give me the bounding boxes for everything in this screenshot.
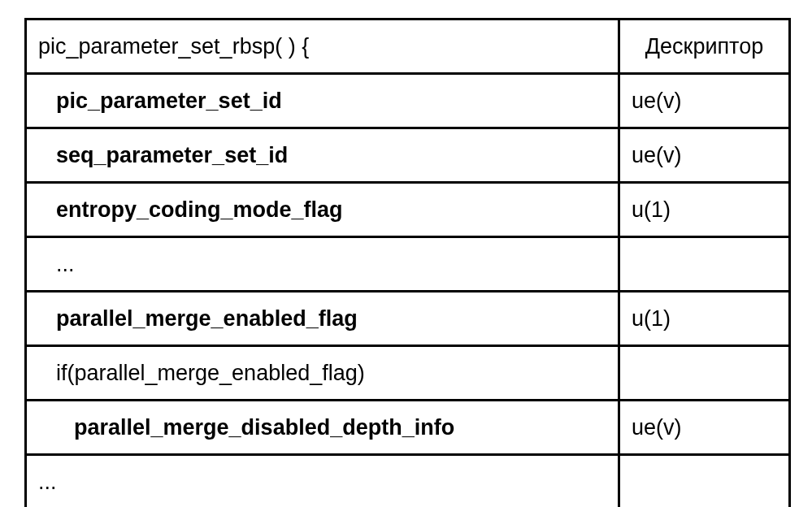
syntax-cell: if(parallel_merge_enabled_flag) bbox=[26, 346, 619, 401]
descriptor-cell: u(1) bbox=[619, 292, 790, 346]
table-row: ... bbox=[26, 455, 790, 508]
descriptor-cell: ue(v) bbox=[619, 74, 790, 128]
descriptor-cell bbox=[619, 237, 790, 292]
syntax-cell: parallel_merge_enabled_flag bbox=[26, 292, 619, 346]
table-row: pic_parameter_set_idue(v) bbox=[26, 74, 790, 128]
syntax-cell: entropy_coding_mode_flag bbox=[26, 183, 619, 237]
syntax-cell: ... bbox=[26, 237, 619, 292]
header-descriptor: Дескриптор bbox=[619, 20, 790, 74]
descriptor-cell: ue(v) bbox=[619, 128, 790, 183]
syntax-cell: pic_parameter_set_id bbox=[26, 74, 619, 128]
descriptor-cell bbox=[619, 346, 790, 401]
table-row: parallel_merge_enabled_flagu(1) bbox=[26, 292, 790, 346]
header-syntax: pic_parameter_set_rbsp( ) { bbox=[26, 20, 619, 74]
table-row: if(parallel_merge_enabled_flag) bbox=[26, 346, 790, 401]
syntax-cell: seq_parameter_set_id bbox=[26, 128, 619, 183]
table-row: entropy_coding_mode_flagu(1) bbox=[26, 183, 790, 237]
descriptor-cell: u(1) bbox=[619, 183, 790, 237]
table-header-row: pic_parameter_set_rbsp( ) { Дескриптор bbox=[26, 20, 790, 74]
syntax-cell: parallel_merge_disabled_depth_info bbox=[26, 401, 619, 455]
syntax-table: pic_parameter_set_rbsp( ) { Дескриптор p… bbox=[24, 18, 791, 507]
descriptor-cell: ue(v) bbox=[619, 401, 790, 455]
table-row: seq_parameter_set_idue(v) bbox=[26, 128, 790, 183]
table-row: parallel_merge_disabled_depth_infoue(v) bbox=[26, 401, 790, 455]
table-row: ... bbox=[26, 237, 790, 292]
descriptor-cell bbox=[619, 455, 790, 508]
syntax-cell: ... bbox=[26, 455, 619, 508]
